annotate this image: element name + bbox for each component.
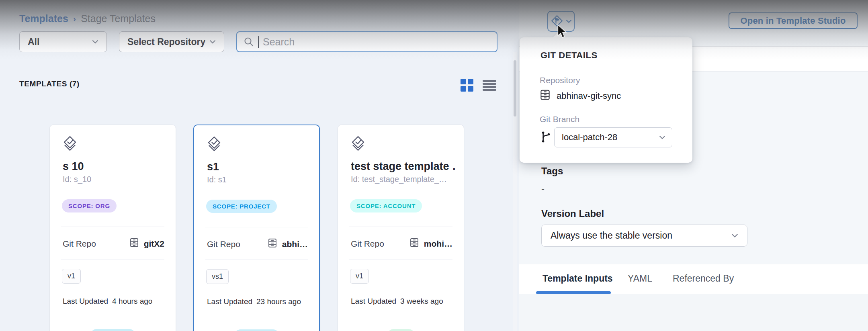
chevron-down-icon [731,233,738,238]
active-tab-indicator [536,291,611,294]
scope-badge: SCOPE: ACCOUNT [350,199,422,212]
version-label-select[interactable]: Always use the stable version [541,225,747,247]
template-title: s1 [207,161,219,173]
breadcrumb: Templates › Stage Templates [19,13,156,25]
stable-version-chip [387,329,415,331]
type-filter-value: All [28,37,39,47]
search-placeholder: Search [263,36,295,48]
stage-template-icon [350,135,366,154]
type-filter-select[interactable]: All [19,31,107,52]
version-chip: v1 [62,269,81,284]
last-updated-row: Last Updated 4 hours ago [63,297,152,306]
git-branch-icon [540,131,551,145]
tab-content-area [519,294,868,331]
git-repo-value: mohi… [424,239,452,249]
git-branch-select[interactable]: local-patch-28 [554,127,672,147]
last-updated-value: 23 hours ago [256,297,301,306]
template-title: test stage template … [351,160,455,173]
last-updated-value: 3 weeks ago [400,297,443,306]
template-id: Id: s_10 [63,175,91,184]
chevron-down-icon [92,40,98,44]
last-updated-row: Last Updated 23 hours ago [207,297,301,306]
repository-label: Repository [540,76,580,85]
stage-template-icon [62,135,78,154]
view-toggle [461,79,496,92]
repository-filter-value: Select Repository [127,37,205,47]
last-updated-row: Last Updated 3 weeks ago [351,297,443,306]
repository-filter-select[interactable]: Select Repository [119,31,224,52]
git-details-title: GIT DETAILS [540,50,598,61]
repository-icon [409,237,419,250]
search-input[interactable]: Search [236,31,497,52]
search-icon [244,37,254,47]
details-tab-strip: Template Inputs YAML Referenced By [519,264,868,294]
repository-value: abhinav-git-sync [557,91,621,101]
git-repo-row: Git Repo mohi… [351,237,452,250]
grid-view-icon[interactable] [461,79,474,92]
tags-heading: Tags [541,166,563,177]
git-repo-label: Git Repo [207,239,240,249]
template-card-test-stage-template[interactable]: test stage template … Id: test_stage_tem… [338,125,464,331]
repository-icon [540,89,551,103]
chevron-down-icon [659,135,665,139]
stage-template-icon [206,136,222,154]
stage-templates-page: Templates › Stage Templates All Select R… [0,0,868,331]
template-list-panel: Templates › Stage Templates All Select R… [0,0,519,331]
scope-badge: SCOPE: PROJECT [206,200,277,213]
repository-row: abhinav-git-sync [540,89,621,103]
git-repo-label: Git Repo [351,239,384,249]
tab-template-inputs[interactable]: Template Inputs [542,273,613,284]
template-id: Id: test_stage_template_… [351,175,447,184]
git-branch-label: Git Branch [540,114,579,124]
list-view-icon[interactable] [483,80,496,92]
git-repo-value: gitX2 [144,239,164,249]
breadcrumb-chevron-icon: › [73,14,76,25]
chevron-down-icon [566,19,572,23]
chevron-down-icon [209,40,216,44]
breadcrumb-current: Stage Templates [81,13,156,25]
text-cursor [258,36,259,48]
tab-referenced-by[interactable]: Referenced By [673,273,734,284]
version-select-value: Always use the stable version [551,230,672,241]
scrollbar-thumb[interactable] [514,60,516,116]
repository-icon [129,237,139,250]
git-repo-row: Git Repo gitX2 [63,237,164,250]
mouse-cursor-icon [556,24,570,41]
tab-yaml[interactable]: YAML [628,273,652,284]
version-chip: v1 [350,269,369,284]
template-card-s1[interactable]: s1 Id: s1 SCOPE: PROJECT Git Repo abhi… … [193,125,320,331]
git-branch-value: local-patch-28 [562,132,617,143]
git-repo-label: Git Repo [63,239,96,249]
last-updated-value: 4 hours ago [112,297,152,306]
scope-badge: SCOPE: ORG [62,199,117,212]
open-in-template-studio-button[interactable]: Open in Template Studio [729,12,858,29]
template-card-s10[interactable]: s 10 Id: s_10 SCOPE: ORG Git Repo gitX2 … [49,125,176,331]
filter-row: All Select Repository Search [19,31,497,52]
list-scrollbar[interactable] [513,52,517,331]
stable-version-chip [90,329,136,331]
tags-value: - [541,183,545,194]
git-details-popover: GIT DETAILS Repository abhinav-git-sync … [520,37,692,163]
template-title: s 10 [63,160,84,173]
templates-count-label: TEMPLATES (7) [19,80,80,88]
git-repo-value: abhi… [282,239,308,249]
template-id: Id: s1 [207,175,227,184]
version-chip: vs1 [206,269,229,284]
breadcrumb-templates-link[interactable]: Templates [19,13,68,25]
version-label-heading: Version Label [541,208,604,219]
stable-version-chip [234,329,280,331]
git-repo-row: Git Repo abhi… [207,238,308,250]
repository-icon [268,238,277,250]
